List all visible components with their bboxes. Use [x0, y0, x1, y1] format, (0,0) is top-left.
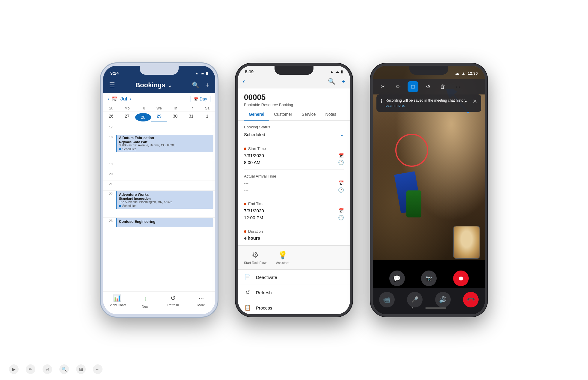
more-label: More [197, 303, 205, 307]
record-button[interactable]: ⏺ [453, 271, 469, 286]
time-row-19: 19 [103, 161, 215, 171]
refresh-menu-label: Refresh [256, 290, 272, 295]
learn-more-link[interactable]: Learn more. [385, 103, 405, 108]
calendar-icon-2[interactable]: 📅 [338, 153, 344, 158]
event-contoso[interactable]: Contoso Engineering [116, 218, 213, 227]
show-chart-button[interactable]: 📊 Show Chart [103, 294, 131, 308]
tab-customer[interactable]: Customer [269, 109, 297, 121]
rectangle-tool[interactable]: □ [408, 81, 418, 92]
calendar-day-headers: Su Mo Tu We Th Fr Sa [103, 105, 215, 112]
camera-switch-button[interactable]: 📷 [421, 271, 437, 286]
event-datum-status: Scheduled [119, 148, 211, 151]
overflow-icon[interactable]: ··· [93, 364, 102, 374]
record-form: Booking Status Scheduled ⌄ Start Time 7/… [238, 121, 350, 245]
calendar-body: 17 18 A Datum Fabrication Replace Core P… [103, 124, 215, 292]
deactivate-icon: 📄 [244, 274, 251, 280]
glove-object [406, 190, 421, 217]
process-menu-item[interactable]: 📋 Process [238, 300, 350, 314]
grid-icon[interactable]: ▦ [76, 364, 86, 374]
cal-day-view-button[interactable]: 📅 Day [191, 96, 210, 102]
start-time-label: Start Time [244, 146, 344, 151]
day-mo: Mo [119, 106, 135, 110]
phone2-status-icons: ▲ ☁ ▮ [330, 70, 343, 74]
scissors-tool[interactable]: ✂ [378, 81, 388, 92]
delete-tool[interactable]: 🗑 [438, 81, 448, 92]
required-indicator-2 [244, 203, 246, 205]
task-flow-icon: ⚙ [252, 250, 259, 260]
start-task-flow-button[interactable]: ⚙ Start Task Flow [244, 250, 266, 265]
event-datum[interactable]: A Datum Fabrication Replace Core Part 30… [116, 135, 213, 152]
phone-2-record: 5:19 ▲ ☁ ▮ ‹ 🔍 + 00005 Bookable Resource… [236, 63, 352, 317]
assistant-button[interactable]: 💡 Assistant [276, 250, 290, 265]
edit-icon[interactable]: ✏ [26, 364, 35, 374]
clock-icon-3[interactable]: 🕐 [338, 215, 344, 220]
phone2-notch [275, 66, 313, 75]
back-nav-icon[interactable]: ‹ [411, 305, 413, 311]
print-icon[interactable]: 🖨 [43, 364, 52, 374]
clock-icon-2[interactable]: 🕐 [338, 187, 344, 193]
start-task-flow-label: Start Task Flow [244, 261, 266, 265]
add-icon[interactable]: + [205, 81, 209, 89]
event-adventure[interactable]: Adventure Works Standard Inspection 162 … [116, 191, 213, 209]
date-26[interactable]: 26 [103, 113, 119, 121]
more-button[interactable]: ··· More [187, 294, 215, 308]
end-time-label: End Time [244, 202, 344, 206]
phone3-screen: 00 ☁ ▲ 12:30 ✂ ✏ □ ↺ 🗑 ··· ℹ Rec [373, 66, 485, 314]
new-label: New [142, 305, 148, 308]
dropdown-chevron-icon[interactable]: ⌄ [340, 131, 344, 138]
refresh-button[interactable]: ↺ Refresh [159, 294, 187, 308]
time-row-21: 21 [103, 181, 215, 191]
phone2-time: 5:19 [245, 69, 254, 74]
date-28-today[interactable]: 28 [135, 113, 151, 121]
add-icon-2[interactable]: + [341, 78, 345, 85]
event-datum-company: A Datum Fabrication [119, 136, 211, 140]
arrival-date-row: --- 📅 [244, 180, 344, 186]
circle-annotation [395, 134, 428, 167]
search-icon-2[interactable]: 🔍 [328, 78, 335, 85]
date-29-selected[interactable]: 29 [151, 113, 167, 121]
calendar-icon-4[interactable]: 📅 [338, 208, 344, 214]
start-time-field: Start Time 7/31/2020 📅 8:00 AM 🕐 [244, 142, 344, 170]
events-22[interactable]: Adventure Works Standard Inspection 162 … [114, 191, 215, 217]
events-18[interactable]: A Datum Fabrication Replace Core Part 30… [114, 134, 215, 161]
tab-notes[interactable]: Notes [321, 109, 341, 121]
phone1-title-area[interactable]: Bookings ⌄ [135, 81, 171, 89]
cal-prev-button[interactable]: ‹ [108, 96, 109, 102]
play-icon[interactable]: ▶ [9, 364, 19, 374]
refresh-menu-item[interactable]: ↺ Refresh [238, 285, 350, 300]
back-button[interactable]: ‹ [243, 78, 245, 85]
tab-general[interactable]: General [244, 109, 269, 121]
notification-close-button[interactable]: ✕ [473, 98, 477, 105]
new-button[interactable]: + New [131, 294, 159, 308]
time-row-23: 23 Contoso Engineering [103, 218, 215, 231]
chart-icon: 📊 [113, 294, 121, 302]
cal-next-button[interactable]: › [129, 96, 131, 102]
pen-tool[interactable]: ✏ [393, 81, 403, 92]
undo-tool[interactable]: ↺ [423, 81, 433, 92]
date-27[interactable]: 27 [119, 113, 135, 121]
hamburger-icon[interactable]: ☰ [109, 81, 115, 89]
chat-button[interactable]: 💬 [389, 271, 405, 286]
date-31[interactable]: 31 [183, 113, 199, 121]
date-1[interactable]: 1 [199, 113, 215, 121]
clock-icon[interactable]: 🕐 [338, 160, 344, 165]
search-icon[interactable]: 🔍 [192, 81, 199, 89]
day-th: Th [167, 106, 183, 110]
actual-arrival-field: Actual Arrival Time --- 📅 --- 🕐 [244, 170, 344, 197]
duration-field: Duration 4 hours [244, 225, 344, 245]
events-23[interactable]: Contoso Engineering [114, 218, 215, 231]
date-30[interactable]: 30 [167, 113, 183, 121]
duration-value: 4 hours [244, 235, 260, 241]
tab-service[interactable]: Service [297, 109, 321, 121]
deactivate-menu-item[interactable]: 📄 Deactivate [238, 270, 350, 285]
end-time-val: 12:00 PM [244, 215, 263, 220]
time-23: 23 [103, 218, 114, 231]
battery-icon-2: ▮ [341, 70, 343, 74]
required-indicator [244, 148, 246, 150]
more-tools-button[interactable]: ··· [453, 81, 463, 92]
zoom-icon[interactable]: 🔍 [59, 364, 69, 374]
calendar-icon-3[interactable]: 📅 [338, 180, 344, 186]
day-tu: Tu [135, 106, 151, 110]
bottom-toolbar: ▶ ✏ 🖨 🔍 ▦ ··· [0, 358, 111, 380]
action-icons-row: ⚙ Start Task Flow 💡 Assistant [244, 250, 344, 265]
